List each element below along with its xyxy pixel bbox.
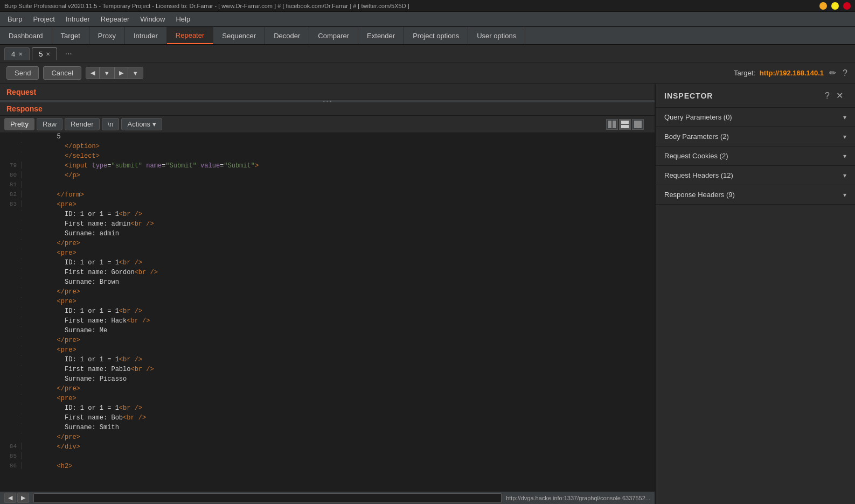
inspector-query-params-header[interactable]: Query Parameters (0) ▾ [656,108,855,127]
view-horizontal-icon[interactable] [619,119,631,130]
table-row: 5 [0,132,655,142]
send-button[interactable]: Send [6,66,39,80]
table-row: Surname: Smith [0,423,655,433]
table-row: 79 <input type="submit" name="Submit" va… [0,162,655,171]
status-url: http://dvga.hacke.info:1337/graphql/cons… [506,495,650,501]
table-row: 85 [0,452,655,462]
actions-chevron-icon: ▾ [152,120,156,128]
maximize-btn[interactable] [831,2,839,10]
toolbar: Send Cancel ◀ ▼ ▶ ▼ Target: http://192.1… [0,62,855,84]
menu-burp[interactable]: Burp [2,13,27,25]
tab-user-options[interactable]: User options [468,27,525,44]
target-url: http://192.168.140.1 [760,69,824,77]
nav-prev-dropdown[interactable]: ▼ [100,67,115,79]
main-tab-bar: Dashboard Target Proxy Intruder Repeater… [0,27,855,45]
menu-window[interactable]: Window [135,13,170,25]
window-title: Burp Suite Professional v2020.11.5 - Tem… [4,3,819,9]
inspector-request-headers-header[interactable]: Request Headers (12) ▾ [656,166,855,185]
table-row: ID: 1 or 1 = 1<br /> [0,355,655,365]
window-controls [819,2,851,10]
table-row: First name: Hack<br /> [0,317,655,326]
status-search-input[interactable] [33,493,502,503]
edit-target-btn[interactable]: ✏ [828,67,837,79]
inspector-section-request-headers: Request Headers (12) ▾ [656,166,855,185]
tab-intruder[interactable]: Intruder [125,27,167,44]
repeater-tab-5-close[interactable]: ✕ [46,51,50,57]
nav-next-dropdown[interactable]: ▼ [128,67,143,79]
tab-decoder[interactable]: Decoder [265,27,309,44]
cancel-button[interactable]: Cancel [43,66,81,80]
inspector-pane: INSPECTOR ? ✕ Query Parameters (0) ▾ Bod… [656,84,855,504]
table-row: Surname: admin [0,229,655,239]
response-section-header: Response [6,104,43,113]
table-row: </pre> [0,384,655,394]
tab-extender[interactable]: Extender [358,27,404,44]
table-row: Surname: Brown [0,278,655,288]
view-tab-pretty[interactable]: Pretty [4,118,34,130]
table-row: <pre> [0,297,655,307]
repeater-tab-4-label: 4 [11,50,15,58]
repeater-tab-bar: 4 ✕ 5 ✕ ··· [0,45,855,62]
status-nav-prev[interactable]: ◀ [4,493,16,503]
tab-target[interactable]: Target [52,27,89,44]
view-tab-newline[interactable]: \n [102,118,120,130]
repeater-tab-5-label: 5 [39,50,43,58]
view-modes [606,119,644,130]
nav-prev-btn[interactable]: ◀ [86,67,100,79]
repeater-tab-new[interactable]: ··· [59,47,77,61]
menu-repeater[interactable]: Repeater [95,13,135,25]
tab-comparer[interactable]: Comparer [309,27,358,44]
status-nav-next[interactable]: ▶ [17,493,29,503]
repeater-tab-4[interactable]: 4 ✕ [4,47,30,60]
editor-status-bar: ◀ ▶ http://dvga.hacke.info:1337/graphql/… [0,491,655,504]
editor-pane: Request • • • Response Pretty Raw Render… [0,84,656,504]
nav-next-btn[interactable]: ▶ [115,67,128,79]
menu-intruder[interactable]: Intruder [60,13,95,25]
table-row: <pre> [0,346,655,355]
inspector-close-btn[interactable]: ✕ [833,89,846,102]
table-row: <pre> [0,249,655,258]
table-row: </pre> [0,239,655,249]
status-nav: ◀ ▶ [4,493,29,503]
inspector-section-cookies: Request Cookies (2) ▾ [656,146,855,166]
actions-tab[interactable]: Actions ▾ [121,118,162,130]
view-single-icon[interactable] [632,119,644,130]
table-row: </pre> [0,336,655,346]
table-row: <pre> [0,394,655,404]
inspector-cookies-chevron: ▾ [843,152,846,160]
table-row: 82 </form> [0,191,655,200]
menu-bar: Burp Project Intruder Repeater Window He… [0,12,855,27]
minimize-btn[interactable] [819,2,827,10]
inspector-section-response-headers: Response Headers (9) ▾ [656,185,855,205]
close-btn[interactable] [843,2,851,10]
table-row: First name: admin<br /> [0,220,655,229]
code-editor[interactable]: 5 </option> </select> 79 <input type="su… [0,132,655,491]
inspector-body-params-header[interactable]: Body Parameters (2) ▾ [656,127,855,146]
view-split-icon[interactable] [606,119,618,130]
menu-project[interactable]: Project [27,13,60,25]
inspector-title: INSPECTOR [664,92,822,100]
svg-rect-2 [621,121,629,124]
svg-rect-3 [621,125,629,128]
inspector-cookies-header[interactable]: Request Cookies (2) ▾ [656,146,855,165]
table-row: 80 </p> [0,171,655,181]
inspector-help-btn[interactable]: ? [822,90,833,102]
tab-dashboard[interactable]: Dashboard [0,27,52,44]
repeater-tab-5[interactable]: 5 ✕ [32,47,57,60]
help-target-btn[interactable]: ? [842,67,849,79]
inspector-query-params-title: Query Parameters (0) [664,113,843,121]
table-row: </pre> [0,433,655,443]
repeater-tab-4-close[interactable]: ✕ [18,51,23,57]
view-tab-render[interactable]: Render [65,118,100,130]
tab-repeater[interactable]: Repeater [167,27,213,44]
inspector-body-params-title: Body Parameters (2) [664,132,843,141]
title-bar: Burp Suite Professional v2020.11.5 - Tem… [0,0,855,12]
tab-proxy[interactable]: Proxy [89,27,125,44]
menu-help[interactable]: Help [170,13,196,25]
svg-rect-4 [634,121,642,128]
tab-project-options[interactable]: Project options [404,27,468,44]
inspector-response-headers-header[interactable]: Response Headers (9) ▾ [656,185,855,204]
inspector-header: INSPECTOR ? ✕ [656,84,855,108]
view-tab-raw[interactable]: Raw [37,118,62,130]
tab-sequencer[interactable]: Sequencer [213,27,265,44]
